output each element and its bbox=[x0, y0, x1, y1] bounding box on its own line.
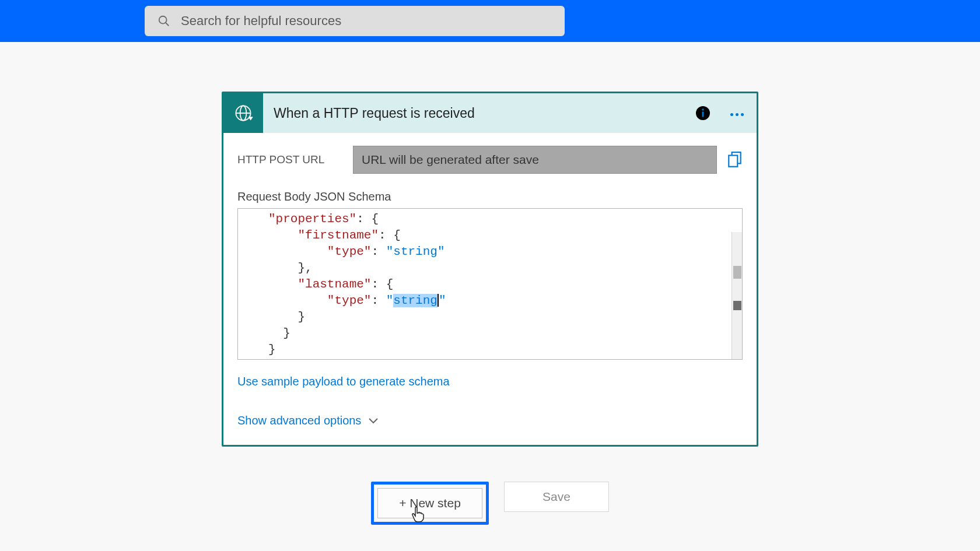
trigger-header[interactable]: When a HTTP request is received bbox=[223, 93, 757, 133]
advanced-label: Show advanced options bbox=[237, 414, 361, 427]
info-button[interactable] bbox=[691, 101, 715, 125]
chevron-down-icon bbox=[368, 417, 379, 424]
scrollbar-track[interactable] bbox=[732, 232, 742, 359]
copy-button[interactable] bbox=[727, 151, 743, 169]
svg-rect-7 bbox=[702, 112, 704, 117]
svg-point-8 bbox=[702, 108, 704, 110]
save-button[interactable]: Save bbox=[504, 482, 609, 512]
schema-code[interactable]: "properties": { "firstname": { "type": "… bbox=[238, 209, 742, 358]
ellipsis-icon bbox=[729, 108, 745, 118]
search-box[interactable] bbox=[145, 6, 565, 36]
search-input[interactable] bbox=[181, 13, 552, 29]
url-label: HTTP POST URL bbox=[237, 153, 342, 166]
svg-rect-10 bbox=[729, 156, 737, 167]
trigger-card: When a HTTP request is received HTTP POS… bbox=[222, 92, 758, 447]
url-row: HTTP POST URL URL will be generated afte… bbox=[237, 146, 743, 174]
new-step-button[interactable]: + New step bbox=[377, 488, 482, 518]
designer-canvas: When a HTTP request is received HTTP POS… bbox=[0, 42, 980, 525]
top-bar bbox=[0, 0, 980, 42]
more-menu-button[interactable] bbox=[725, 101, 748, 125]
scrollbar-thumb[interactable] bbox=[733, 266, 741, 279]
globe-request-icon bbox=[233, 103, 254, 124]
schema-editor[interactable]: "properties": { "firstname": { "type": "… bbox=[237, 208, 743, 360]
show-advanced-toggle[interactable]: Show advanced options bbox=[237, 414, 743, 427]
trigger-body: HTTP POST URL URL will be generated afte… bbox=[223, 133, 757, 445]
sample-payload-link[interactable]: Use sample payload to generate schema bbox=[237, 375, 450, 388]
search-icon bbox=[158, 15, 170, 27]
new-step-highlight: + New step bbox=[371, 482, 489, 525]
scrollbar-mark bbox=[733, 301, 741, 310]
new-step-label: + New step bbox=[399, 496, 461, 510]
url-field: URL will be generated after save bbox=[353, 146, 717, 174]
svg-line-1 bbox=[166, 23, 169, 26]
action-row: + New step Save bbox=[371, 482, 609, 525]
trigger-icon-box bbox=[223, 93, 263, 133]
info-icon bbox=[695, 105, 711, 121]
trigger-title: When a HTTP request is received bbox=[274, 106, 681, 121]
svg-point-0 bbox=[159, 16, 167, 24]
schema-label: Request Body JSON Schema bbox=[237, 190, 743, 203]
